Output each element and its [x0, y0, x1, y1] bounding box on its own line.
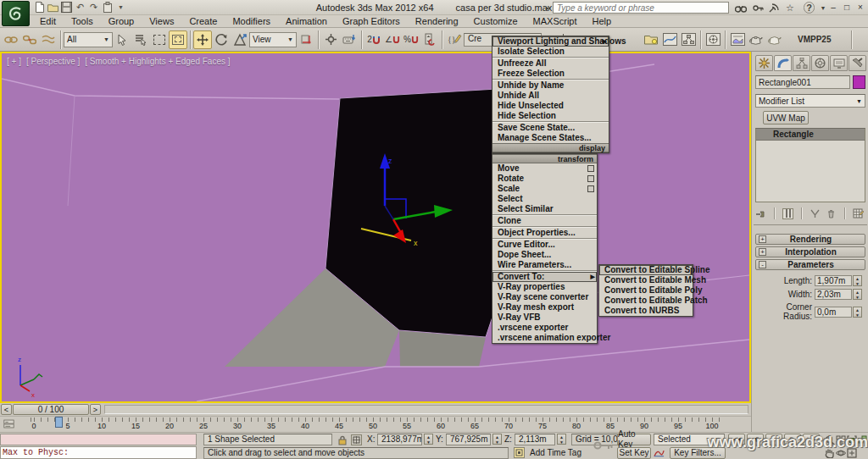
subscription-key-icon[interactable]	[751, 2, 765, 14]
selection-filter-dropdown[interactable]: All ▼	[64, 32, 113, 47]
add-time-tag-label[interactable]: Add Time Tag	[530, 447, 581, 459]
maxscript-mini-listener-white[interactable]: Max to Physc:	[0, 446, 197, 459]
pin-stack-icon[interactable]	[755, 208, 766, 219]
quad-item-curve-editor[interactable]: Curve Editor...	[492, 240, 597, 250]
coord-y-field[interactable]: 767,925m	[446, 434, 491, 445]
percent-snap-toggle-icon[interactable]: %	[402, 30, 420, 49]
open-file-icon[interactable]	[47, 2, 58, 13]
menu-animation[interactable]: Animation	[278, 15, 335, 28]
object-name-field[interactable]: Rectangle001	[755, 75, 850, 89]
select-object-icon[interactable]	[113, 30, 131, 49]
go-to-start-button[interactable]: ◀◀	[728, 434, 745, 445]
submenu-item-convert-editable-poly[interactable]: Convert to Editable Poly	[599, 285, 693, 296]
length-spinner[interactable]: ▲▼	[853, 275, 862, 286]
menu-customize[interactable]: Customize	[466, 15, 526, 28]
quad-item-rotate[interactable]: Rotate	[492, 174, 597, 184]
viewport-menu-view[interactable]: [ Perspective ]	[26, 57, 80, 66]
remove-modifier-icon[interactable]	[826, 208, 837, 219]
quad-item-clone[interactable]: Clone	[492, 216, 597, 226]
3dsmax-logo-icon[interactable]	[2, 1, 30, 26]
quad-item-hide-selection[interactable]: Hide Selection	[492, 111, 609, 121]
render-iterative-teapot-icon[interactable]	[765, 30, 784, 49]
time-slider-groove[interactable]	[104, 405, 748, 414]
schematic-view-icon[interactable]	[679, 30, 698, 49]
menu-create[interactable]: Create	[181, 15, 225, 28]
viewport-menu-shading[interactable]: [ Smooth + Highlights + Edged Faces ]	[85, 57, 230, 66]
select-and-link-icon[interactable]	[2, 30, 20, 49]
settings-box-icon[interactable]	[587, 185, 594, 192]
select-and-move-icon[interactable]	[193, 30, 212, 49]
submenu-item-convert-editable-patch[interactable]: Convert to Editable Patch	[599, 296, 693, 306]
coord-z-field[interactable]: 2,113m	[515, 434, 555, 445]
key-filters-button[interactable]: Key Filters...	[670, 447, 726, 459]
quad-item-save-scene-state[interactable]: Save Scene State...	[492, 123, 609, 133]
set-key-button[interactable]: Set Key	[617, 447, 651, 459]
quad-item-hide-unselected[interactable]: Hide Unselected	[492, 101, 609, 111]
quad-item-scale[interactable]: Scale	[492, 184, 597, 194]
quad-item-vrscene-exporter[interactable]: .vrscene exporter	[492, 323, 597, 333]
quad-item-dope-sheet[interactable]: Dope Sheet...	[492, 250, 597, 260]
undo-icon[interactable]: ↶	[75, 2, 86, 13]
keyboard-shortcut-override-icon[interactable]	[340, 30, 359, 49]
coord-z-spinner[interactable]: ▲▼	[557, 434, 566, 445]
tab-modify-icon[interactable]	[774, 55, 792, 71]
settings-box-icon[interactable]	[587, 165, 594, 172]
previous-frame-button[interactable]: <	[1, 404, 12, 415]
menu-views[interactable]: Views	[142, 15, 181, 28]
curve-editor-icon[interactable]	[660, 30, 679, 49]
open-mini-curve-editor-icon[interactable]	[3, 418, 14, 429]
quad-item-object-properties[interactable]: Object Properties...	[492, 228, 597, 238]
selection-lock-icon[interactable]	[337, 434, 348, 445]
tab-utilities-icon[interactable]	[849, 55, 866, 71]
configure-modifier-sets-icon[interactable]	[853, 208, 864, 219]
quad-item-unfreeze-all[interactable]: Unfreeze All	[492, 58, 609, 69]
quad-item-vray-properties[interactable]: V-Ray properties	[492, 282, 597, 292]
communication-center-icon[interactable]	[767, 2, 781, 14]
favorites-star-icon[interactable]: ☆	[783, 2, 797, 14]
select-and-manipulate-icon[interactable]	[321, 30, 340, 49]
minimize-button[interactable]: –	[827, 1, 839, 13]
show-end-result-icon[interactable]	[782, 208, 793, 219]
quad-item-unhide-by-name[interactable]: Unhide by Name	[492, 80, 609, 91]
modifier-stack-row-rectangle[interactable]: Rectangle	[756, 129, 865, 141]
quad-item-wire-parameters[interactable]: Wire Parameters...	[492, 260, 597, 270]
width-field[interactable]: 2,03m	[815, 289, 852, 300]
zoom-icon[interactable]	[824, 434, 835, 445]
zoom-extents-icon[interactable]	[846, 434, 857, 445]
quad-item-unhide-all[interactable]: Unhide All	[492, 91, 609, 101]
infocenter-search-input[interactable]	[553, 2, 729, 14]
next-frame-button[interactable]: ▮▶	[784, 434, 801, 445]
current-frame-marker[interactable]	[55, 417, 63, 428]
tab-create-icon[interactable]	[755, 55, 773, 71]
submenu-item-convert-editable-mesh[interactable]: Convert to Editable Mesh	[599, 275, 693, 285]
select-by-name-icon[interactable]	[131, 30, 150, 49]
maxscript-mini-listener-pink[interactable]	[0, 434, 197, 445]
menu-rendering[interactable]: Rendering	[408, 15, 466, 28]
select-and-scale-icon[interactable]	[231, 30, 249, 49]
time-slider-handle[interactable]: 0 / 100	[13, 404, 89, 415]
menu-tools[interactable]: Tools	[64, 15, 101, 28]
corner-radius-field[interactable]: 0,0m	[815, 307, 852, 318]
menu-edit[interactable]: Edit	[32, 15, 64, 28]
close-button[interactable]: ×	[854, 1, 866, 13]
spinner-snap-toggle-icon[interactable]	[420, 30, 439, 49]
coord-x-field[interactable]: 2138,977m	[377, 434, 422, 445]
select-and-rotate-icon[interactable]	[212, 30, 231, 49]
quad-item-vrscene-animation-exporter[interactable]: .vrscene animation exporter	[492, 333, 597, 343]
tab-display-icon[interactable]	[830, 55, 848, 71]
perspective-viewport[interactable]: [ + ] [ Perspective ] [ Smooth + Highlig…	[0, 52, 751, 403]
search-binoculars-icon[interactable]	[734, 2, 748, 14]
maximize-viewport-toggle-icon[interactable]	[846, 447, 857, 458]
menu-modifiers[interactable]: Modifiers	[225, 15, 278, 28]
qat-dropdown-icon[interactable]: ▼	[115, 2, 126, 13]
quad-item-freeze-selection[interactable]: Freeze Selection	[492, 69, 609, 79]
use-pivot-point-icon[interactable]	[297, 30, 315, 49]
quad-item-vray-mesh-export[interactable]: V-Ray mesh export	[492, 302, 597, 312]
menu-group[interactable]: Group	[101, 15, 142, 28]
menu-maxscript[interactable]: MAXScript	[526, 15, 585, 28]
next-frame-button[interactable]: >	[90, 404, 101, 415]
tab-motion-icon[interactable]	[811, 55, 829, 71]
modifier-list-dropdown[interactable]: Modifier List ▼	[755, 94, 865, 108]
modifier-stack-list[interactable]: Rectangle	[755, 128, 865, 202]
tab-hierarchy-icon[interactable]	[793, 55, 810, 71]
